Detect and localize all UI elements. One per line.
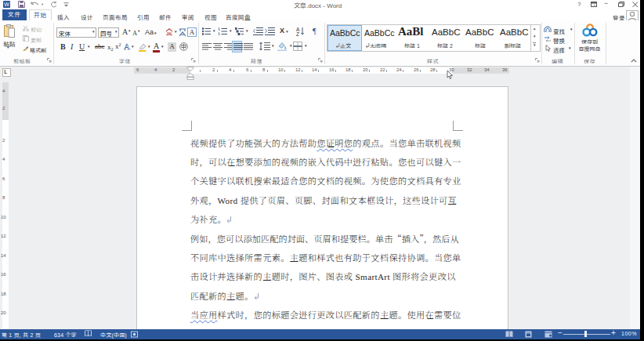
svg-text:W: W bbox=[4, 2, 9, 7]
svg-text:Z: Z bbox=[296, 31, 299, 36]
